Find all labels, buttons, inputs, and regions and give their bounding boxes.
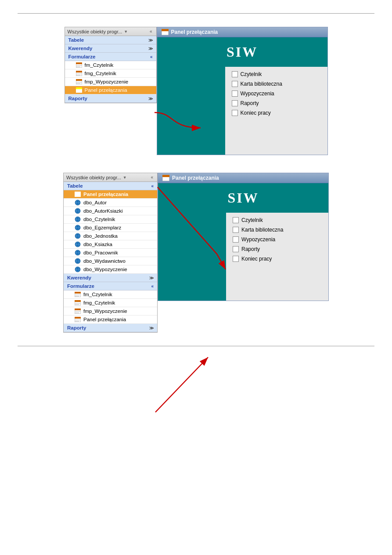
section-2-wrapper: Wszystkie obiekty progr... ▼ « Tabele « <box>63 173 329 333</box>
nav-item-switchboard-2[interactable]: Panel przełączania <box>64 190 157 199</box>
nav-panel-2: Wszystkie obiekty progr... ▼ « Tabele « <box>63 173 158 333</box>
tabele-collapse-icon-1: ≫ <box>148 38 153 43</box>
nav-item-dbo-wydawnictwo-2[interactable]: dbo_Wydawnictwo <box>64 257 157 265</box>
menu-checkbox-koniec-1[interactable] <box>232 110 238 116</box>
raporty-collapse-icon-2: ≫ <box>149 326 154 330</box>
nav-item-panel-label-2: Panel przełączania <box>83 317 126 322</box>
nav-section-tabele-label-1: Tabele <box>68 37 84 43</box>
nav-item-panel-przelaczania-1[interactable]: Panel przełączania <box>65 86 156 94</box>
nav-collapse-btn-1[interactable]: « <box>148 29 154 34</box>
svg-rect-63 <box>75 317 81 319</box>
nav-item-fm-czytelnik-2[interactable]: fm_Czytelnik <box>64 290 157 299</box>
globe-icon-autor-2 <box>74 200 81 206</box>
globe-icon-pracownik-2 <box>74 250 81 256</box>
nav-item-dbo-wypozyczenie-2[interactable]: dbo_Wypozyczenie <box>64 265 157 274</box>
nav-item-dbo-wypozyczenie-label-2: dbo_Wypozyczenie <box>83 267 127 272</box>
nav-item-dbo-wydawnictwo-label-2: dbo_Wydawnictwo <box>83 258 126 264</box>
menu-checkbox-raporty-1[interactable] <box>232 100 238 106</box>
svg-rect-55 <box>75 300 81 302</box>
nav-item-fmg-czytelnik-label-2: fmg_Czytelnik <box>83 300 115 305</box>
nav-item-dbo-pracownik-2[interactable]: dbo_Pracownik <box>64 249 157 257</box>
form-icon-fmg-czytelnik-2 <box>74 300 81 306</box>
nav-item-fm-czytelnik-1[interactable]: fm_Czytelnik <box>65 61 156 69</box>
menu-checkbox-karta-1[interactable] <box>232 81 238 87</box>
nav-section-tabele-label-2: Tabele <box>67 183 83 189</box>
menu-checkbox-czytelnik-2[interactable] <box>233 217 239 223</box>
nav-section-formularze-1[interactable]: Formularze « <box>65 53 156 61</box>
form-icon-fmp-wypozyczenie-2 <box>74 308 81 314</box>
menu-row-koniec-1[interactable]: Koniec pracy <box>232 110 321 116</box>
nav-item-dbo-ksiazka-2[interactable]: dbo_Ksiazka <box>64 240 157 249</box>
tabele-collapse-icon-2: « <box>151 184 154 189</box>
nav-item-panel-przelaczania-2[interactable]: Panel przełączania <box>64 316 157 324</box>
svg-rect-1 <box>76 62 82 64</box>
table-icon-switchboard-2 <box>74 191 81 197</box>
nav-section-kwerendy-label-1: Kwerendy <box>68 46 93 51</box>
menu-checkbox-czytelnik-1[interactable] <box>232 71 238 77</box>
section-1: Wszystkie obiekty progr... ▼ « Tabele ≫ … <box>0 27 392 155</box>
nav-item-dbo-egzemplarz-2[interactable]: dbo_Egzemplarz <box>64 224 157 232</box>
nav-item-fm-czytelnik-label-1: fm_Czytelnik <box>85 62 114 68</box>
menu-label-koniec-1: Koniec pracy <box>241 110 271 116</box>
nav-item-fmg-czytelnik-label-1: fmg_Czytelnik <box>85 71 116 76</box>
nav-item-fmp-wypozyczenie-2[interactable]: fmp_Wypozyczenie <box>64 307 157 316</box>
menu-row-raporty-2[interactable]: Raporty <box>233 246 322 252</box>
menu-label-raporty-2: Raporty <box>241 246 260 252</box>
nav-item-dbo-autor-label-2: dbo_Autor <box>83 200 107 205</box>
nav-section-tabele-1[interactable]: Tabele ≫ <box>65 36 156 44</box>
kwerendy-collapse-icon-1: ≫ <box>148 46 153 51</box>
nav-item-dbo-autorKsiazki-label-2: dbo_AutorKsiazki <box>83 208 123 214</box>
nav-section-raporty-label-2: Raporty <box>67 325 86 330</box>
globe-icon-jednostka-2 <box>74 233 81 239</box>
nav-section-raporty-1[interactable]: Raporty ≫ <box>65 94 156 103</box>
nav-item-fmp-wypozyczenie-label-1: fmp_Wypozyczenie <box>85 79 129 84</box>
panel-title-icon-1 <box>162 29 169 35</box>
menu-checkbox-karta-2[interactable] <box>233 227 239 233</box>
main-panel-2: Panel przełączania SIW Czytelnik Ka <box>158 173 329 301</box>
nav-item-dbo-pracownik-label-2: dbo_Pracownik <box>83 250 118 255</box>
dropdown-icon-1[interactable]: ▼ <box>124 29 128 34</box>
nav-collapse-btn-2[interactable]: « <box>149 174 155 180</box>
section-2: Wszystkie obiekty progr... ▼ « Tabele « <box>0 173 392 333</box>
main-content-1: Czytelnik Karta biblioteczna Wypozyczeni… <box>157 67 327 155</box>
main-content-2: Czytelnik Karta biblioteczna Wypozyczeni… <box>158 213 328 301</box>
menu-checkbox-raporty-2[interactable] <box>233 246 239 252</box>
nav-item-fmg-czytelnik-2[interactable]: fmg_Czytelnik <box>64 299 157 307</box>
nav-section-kwerendy-label-2: Kwerendy <box>67 275 91 280</box>
menu-label-karta-2: Karta biblioteczna <box>241 227 283 233</box>
siw-header-2: SIW <box>158 183 328 213</box>
nav-item-fmp-wypozyczenie-1[interactable]: fmp_Wypozyczenie <box>65 78 156 86</box>
menu-label-wypozyczenia-1: Wypozyczenia <box>241 91 274 97</box>
nav-item-fmg-czytelnik-1[interactable]: fmg_Czytelnik <box>65 69 156 78</box>
nav-header-2: Wszystkie obiekty progr... ▼ « <box>64 173 157 182</box>
nav-header-title-2: Wszystkie obiekty progr... ▼ <box>66 175 127 180</box>
nav-section-kwerendy-1[interactable]: Kwerendy ≫ <box>65 44 156 53</box>
nav-header-1: Wszystkie obiekty progr... ▼ « <box>65 27 156 36</box>
globe-icon-egzemplarz-2 <box>74 225 81 231</box>
menu-row-czytelnik-2[interactable]: Czytelnik <box>233 217 322 223</box>
nav-item-dbo-autorKsiazki-2[interactable]: dbo_AutorKsiazki <box>64 207 157 215</box>
nav-item-switchboard-label-2: Panel przełączania <box>83 192 128 197</box>
nav-item-dbo-czytelnik-2[interactable]: dbo_Czytelnik <box>64 215 157 224</box>
nav-section-raporty-2[interactable]: Raporty ≫ <box>64 324 157 332</box>
section-1-wrapper: Wszystkie obiekty progr... ▼ « Tabele ≫ … <box>65 27 328 155</box>
nav-section-tabele-2[interactable]: Tabele « <box>64 182 157 190</box>
menu-row-wypozyczenia-1[interactable]: Wypozyczenia <box>232 91 321 97</box>
menu-row-koniec-2[interactable]: Koniec pracy <box>233 256 322 262</box>
dropdown-icon-2[interactable]: ▼ <box>123 175 127 180</box>
nav-section-formularze-2[interactable]: Formularze « <box>64 282 157 290</box>
nav-item-dbo-autor-2[interactable]: dbo_Autor <box>64 199 157 207</box>
menu-row-raporty-1[interactable]: Raporty <box>232 100 321 106</box>
menu-label-karta-1: Karta biblioteczna <box>241 81 282 87</box>
menu-row-czytelnik-1[interactable]: Czytelnik <box>232 71 321 77</box>
menu-row-karta-1[interactable]: Karta biblioteczna <box>232 81 321 87</box>
menu-checkbox-wypozyczenia-2[interactable] <box>233 236 239 243</box>
menu-checkbox-koniec-2[interactable] <box>233 256 239 262</box>
nav-item-dbo-jednostka-2[interactable]: dbo_Jednostka <box>64 232 157 240</box>
menu-checkbox-wypozyczenia-1[interactable] <box>232 91 238 97</box>
svg-rect-67 <box>162 175 169 177</box>
formularze-collapse-icon-2: « <box>151 284 154 289</box>
menu-row-wypozyczenia-2[interactable]: Wypozyczenia <box>233 236 322 243</box>
menu-row-karta-2[interactable]: Karta biblioteczna <box>233 227 322 233</box>
nav-section-kwerendy-2[interactable]: Kwerendy ≫ <box>64 274 157 282</box>
